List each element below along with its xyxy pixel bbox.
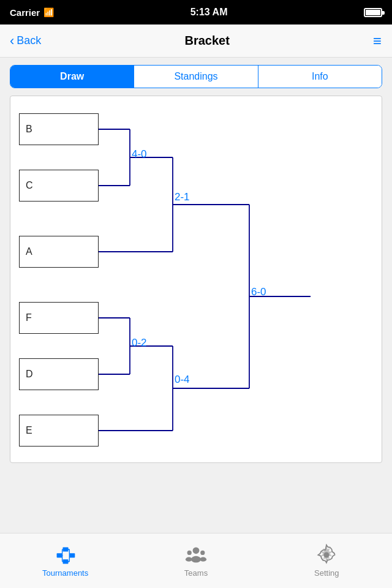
- battery-icon: [364, 8, 382, 17]
- bottom-tab-bar: Tournaments Teams Setting: [0, 533, 392, 588]
- carrier: Carrier 📶: [10, 7, 54, 18]
- back-button[interactable]: ‹ Back: [10, 33, 41, 49]
- time: 5:13 AM: [54, 7, 364, 18]
- score-4-0: 4-0: [132, 148, 147, 160]
- score-0-2: 0-2: [132, 337, 147, 349]
- score-6-0: 6-0: [251, 286, 266, 298]
- tab-standings[interactable]: Standings: [134, 66, 258, 88]
- svg-rect-19: [69, 553, 75, 557]
- bottom-tab-teams[interactable]: Teams: [130, 533, 261, 588]
- page-title: Bracket: [184, 34, 229, 48]
- wifi-icon: 📶: [43, 7, 54, 17]
- bracket-area: B C A F D E: [10, 96, 382, 463]
- teams-icon: [185, 544, 207, 566]
- tab-draw[interactable]: Draw: [10, 66, 134, 88]
- tournaments-icon: [55, 544, 77, 566]
- score-2-1: 2-1: [175, 191, 190, 203]
- bottom-tab-tournaments[interactable]: Tournaments: [0, 533, 130, 588]
- svg-point-32: [200, 551, 205, 555]
- setting-icon: [315, 544, 337, 566]
- svg-point-28: [193, 547, 200, 554]
- tournaments-label: Tournaments: [42, 568, 88, 578]
- chevron-left-icon: ‹: [10, 33, 14, 49]
- svg-rect-16: [56, 553, 62, 557]
- menu-button[interactable]: ≡: [373, 32, 382, 50]
- tab-info[interactable]: Info: [258, 66, 382, 88]
- segment-tabs: Draw Standings Info: [10, 65, 382, 88]
- svg-point-31: [186, 557, 192, 562]
- battery-area: [364, 8, 382, 17]
- carrier-text: Carrier: [10, 7, 40, 18]
- bottom-tab-setting[interactable]: Setting: [262, 533, 392, 588]
- bracket-lines: [10, 96, 382, 462]
- status-bar: Carrier 📶 5:13 AM: [0, 0, 392, 24]
- svg-point-30: [187, 551, 192, 555]
- svg-point-33: [200, 557, 206, 562]
- setting-label: Setting: [314, 568, 339, 578]
- score-0-4: 0-4: [175, 374, 190, 386]
- teams-label: Teams: [184, 568, 208, 578]
- nav-bar: ‹ Back Bracket ≡: [0, 24, 392, 58]
- back-label: Back: [17, 34, 41, 47]
- svg-point-29: [191, 556, 201, 563]
